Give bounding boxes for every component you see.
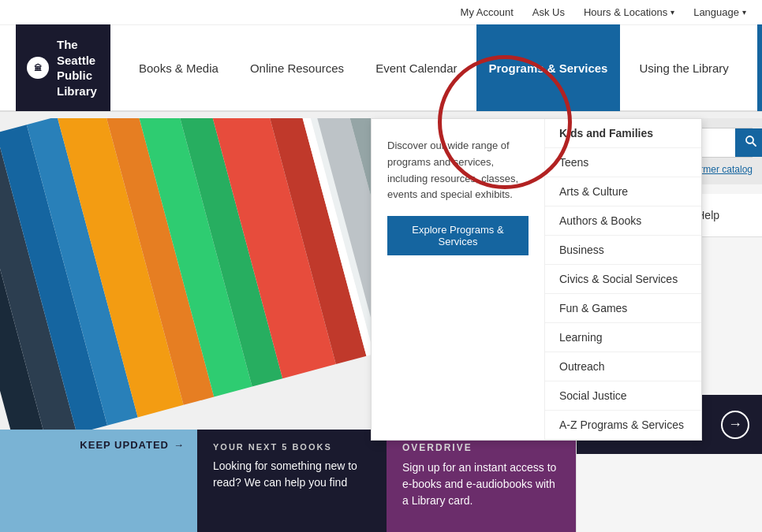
svg-line-3 xyxy=(753,143,756,146)
overdrive-desc: Sign up for an instant access to e-books… xyxy=(402,459,560,509)
logo-text: The Seattle Public Library xyxy=(57,37,97,99)
explore-programs-button[interactable]: Explore Programs & Services xyxy=(387,216,529,255)
main-nav: Books & Media Online Resources Event Cal… xyxy=(110,24,757,111)
hours-locations-link[interactable]: Hours & Locations ▾ xyxy=(584,6,674,18)
chevron-down-icon: ▾ xyxy=(742,8,746,17)
dropdown-item-fun-games[interactable]: Fun & Games xyxy=(545,294,701,323)
dropdown-info-pane: Discover our wide range of programs and … xyxy=(372,119,545,440)
dropdown-item-authors-books[interactable]: Authors & Books xyxy=(545,206,701,236)
arrow-right-icon: → xyxy=(174,439,185,451)
nav-online-resources[interactable]: Online Resources xyxy=(237,24,357,111)
dropdown-intro-text: Discover our wide range of programs and … xyxy=(387,138,529,203)
overdrive-title: OVERDRIVE xyxy=(402,442,560,453)
nav-programs-services[interactable]: Programs & Services xyxy=(476,24,621,111)
dropdown-item-az[interactable]: A-Z Programs & Services xyxy=(545,411,701,440)
dropdown-item-social-justice[interactable]: Social Justice xyxy=(545,381,701,411)
dropdown-item-kids-families[interactable]: Kids and Families xyxy=(545,119,701,148)
dropdown-item-business[interactable]: Business xyxy=(545,236,701,265)
logo-icon: 🏛 xyxy=(27,57,49,79)
ask-us-link[interactable]: Ask Us xyxy=(532,6,565,18)
dropdown-item-civics[interactable]: Civics & Social Services xyxy=(545,265,701,294)
nav-books-media[interactable]: Books & Media xyxy=(126,24,231,111)
search-button[interactable]: Search xyxy=(757,24,762,111)
language-link[interactable]: Language ▾ xyxy=(693,6,746,18)
logo[interactable]: 🏛 The Seattle Public Library xyxy=(16,24,110,111)
books-background xyxy=(0,118,387,430)
next-books-strip[interactable]: YOUR NEXT 5 BOOKS Looking for something … xyxy=(197,430,387,532)
next-books-label: YOUR NEXT 5 BOOKS xyxy=(213,442,371,452)
next-books-desc: Looking for something new to read? We ca… xyxy=(213,458,371,491)
my-account-link[interactable]: My Account xyxy=(461,6,514,18)
search-submit[interactable] xyxy=(735,128,762,157)
dropdown-item-learning[interactable]: Learning xyxy=(545,323,701,352)
chevron-down-icon: ▾ xyxy=(670,8,674,17)
dropdown-item-outreach[interactable]: Outreach xyxy=(545,352,701,381)
top-bar: My Account Ask Us Hours & Locations ▾ La… xyxy=(0,0,762,25)
dropdown-item-arts-culture[interactable]: Arts & Culture xyxy=(545,177,701,206)
dropdown-item-teens[interactable]: Teens xyxy=(545,148,701,177)
nav-using-library[interactable]: Using the Library xyxy=(626,24,741,111)
arrow-circle-icon: → xyxy=(721,411,749,439)
main-header: 🏛 The Seattle Public Library Books & Med… xyxy=(0,25,762,112)
dropdown-menu-pane: Kids and Families Teens Arts & Culture A… xyxy=(545,119,701,440)
programs-dropdown: Discover our wide range of programs and … xyxy=(371,118,702,441)
nav-event-calendar[interactable]: Event Calendar xyxy=(363,24,469,111)
promo-strips: KEEP UPDATED → YOUR NEXT 5 BOOKS Looking… xyxy=(0,430,576,532)
keep-updated-strip[interactable]: KEEP UPDATED → xyxy=(0,430,197,532)
overdrive-strip[interactable]: OVERDRIVE Sign up for an instant access … xyxy=(387,430,576,532)
